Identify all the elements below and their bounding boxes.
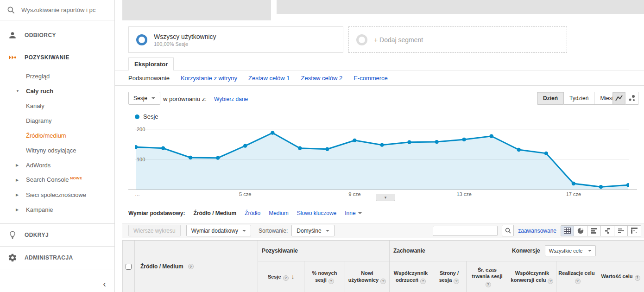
sidebar-item-sieci-spolecznosciowe[interactable]: ▶ Sieci społecznościowe xyxy=(0,187,114,202)
group-label: Zachowanie xyxy=(393,248,425,254)
col-label: Źródło / Medium xyxy=(140,263,183,270)
col-header-source-medium[interactable]: Źródło / Medium ? xyxy=(135,241,258,292)
table-search-input[interactable] xyxy=(433,226,498,236)
goal-select[interactable]: Wszystkie cele xyxy=(545,245,596,256)
chart-annotations-expander[interactable]: ▾ xyxy=(376,194,395,201)
help-icon[interactable]: ? xyxy=(548,279,553,284)
view-table-button[interactable] xyxy=(561,225,574,236)
lightbulb-icon xyxy=(8,230,17,240)
sidebar-item-label: Witryny odsyłające xyxy=(26,147,76,154)
col-header-strony-sesja[interactable]: Strony / sesja? xyxy=(432,261,467,292)
table-toolbar: Wiersze wykresu Wymiar dodatkowy Sortowa… xyxy=(122,223,644,238)
chevron-down-icon[interactable]: ▼ xyxy=(16,89,26,93)
help-icon[interactable]: ? xyxy=(283,275,289,281)
col-header-sesje[interactable]: Sesje?↓ xyxy=(258,261,304,292)
line-chart-view-button[interactable] xyxy=(612,92,625,105)
dimension-other-dropdown[interactable]: Inne xyxy=(345,210,361,216)
tab-eksplorator[interactable]: Eksplorator xyxy=(128,57,174,70)
view-percentage-button[interactable] xyxy=(574,225,587,236)
sidebar-item-search-console[interactable]: ▶ Search ConsoleNOWE xyxy=(0,172,114,187)
help-icon[interactable]: ? xyxy=(380,279,386,284)
sidebar-item-kanaly[interactable]: Kanały xyxy=(0,98,114,113)
table-search-button[interactable] xyxy=(502,225,514,236)
sidebar-nav: ODBIORCY POZYSKIWANIE Przegląd ▼ Cały ru… xyxy=(0,20,114,269)
dimension-keyword-link[interactable]: Słowo kluczowe xyxy=(297,210,336,216)
sidebar-item-przeglad[interactable]: Przegląd xyxy=(0,69,114,83)
sidebar-item-zrodlo-medium[interactable]: Źródło/medium xyxy=(0,128,114,143)
col-header-wartosc-celu[interactable]: Wartość celu? xyxy=(597,261,644,292)
col-header-sr-czas-trwania-sesji[interactable]: Śr. czas trwania sesji? xyxy=(467,261,508,292)
chevron-right-icon[interactable]: ▶ xyxy=(16,163,26,167)
add-segment-label: + Dodaj segment xyxy=(374,36,423,44)
sidebar-item-label: ODBIORCY xyxy=(25,32,56,38)
sidebar-item-label: POZYSKIWANIE xyxy=(25,54,69,61)
view-comparison-button[interactable] xyxy=(601,225,614,236)
group-label: Konwersje xyxy=(512,248,540,254)
sidebar-item-odbiorcy[interactable]: ODBIORCY xyxy=(0,24,114,46)
sidebar-item-adwords[interactable]: ▶ AdWords xyxy=(0,158,114,172)
motion-chart-view-button[interactable] xyxy=(625,92,638,105)
subtab-zestaw-celow-1[interactable]: Zestaw celów 1 xyxy=(248,75,290,82)
sort-select[interactable]: Domyślne xyxy=(291,225,334,236)
sidebar-collapse-button[interactable]: ‹ xyxy=(103,278,106,289)
report-subtabs: Podsumowanie Korzystanie z witryny Zesta… xyxy=(128,70,388,85)
subtab-korzystanie-z-witryny[interactable]: Korzystanie z witryny xyxy=(181,75,237,82)
chart-legend: Sesje xyxy=(135,113,158,120)
chevron-down-icon xyxy=(588,250,592,252)
sidebar-item-administracja[interactable]: ADMINISTRACJA xyxy=(0,247,114,269)
plot-rows-button[interactable]: Wiersze wykresu xyxy=(128,225,181,236)
subtab-e-commerce[interactable]: E-commerce xyxy=(354,75,388,82)
help-icon[interactable]: ? xyxy=(328,279,334,284)
help-icon[interactable]: ? xyxy=(188,264,194,269)
sidebar-item-label: Cały ruch xyxy=(26,88,53,95)
sidebar-item-label: Kanały xyxy=(26,102,44,109)
sidebar-item-odkryj[interactable]: ODKRYJ xyxy=(0,224,114,246)
add-segment-button[interactable]: + Dodaj segment xyxy=(348,26,567,53)
sidebar-item-label: Kampanie xyxy=(26,206,53,213)
chevron-right-icon[interactable]: ▶ xyxy=(16,193,26,197)
group-header-zachowanie: Zachowanie xyxy=(390,241,508,261)
view-performance-button[interactable] xyxy=(587,225,601,236)
sidebar-item-witryny-odsylajace[interactable]: Witryny odsyłające xyxy=(0,143,114,158)
dimension-source-link[interactable]: Źródło xyxy=(245,210,260,216)
segment-all-users[interactable]: Wszyscy użytkownicy 100,00% Sesje xyxy=(128,26,343,53)
help-icon[interactable]: ? xyxy=(486,282,491,287)
sidebar: ODBIORCY POZYSKIWANIE Przegląd ▼ Cały ru… xyxy=(0,0,115,292)
col-label: Sesje xyxy=(268,274,281,279)
help-icon[interactable]: ? xyxy=(575,279,581,284)
help-icon[interactable]: ? xyxy=(454,279,459,284)
report-search-input[interactable] xyxy=(21,6,108,13)
chevron-right-icon[interactable]: ▶ xyxy=(16,208,26,212)
subtab-zestaw-celow-2[interactable]: Zestaw celów 2 xyxy=(301,75,343,82)
segment-title: Wszyscy użytkownicy xyxy=(154,33,216,40)
col-header-procent-nowych-sesji[interactable]: % nowych sesji? xyxy=(304,261,345,292)
help-icon[interactable]: ? xyxy=(635,275,640,281)
sidebar-item-kampanie[interactable]: ▶ Kampanie xyxy=(0,202,114,217)
sidebar-item-diagramy[interactable]: Diagramy xyxy=(0,113,114,128)
col-header-wspolczynnik-odrzucen[interactable]: Współczynnik odrzuceń? xyxy=(390,261,432,292)
metric-select[interactable]: Sesje xyxy=(128,92,160,105)
chevron-right-icon[interactable]: ▶ xyxy=(16,178,26,182)
sidebar-item-pozyskiwanie[interactable]: POZYSKIWANIE xyxy=(0,46,114,69)
help-icon[interactable]: ? xyxy=(420,279,426,284)
secondary-dimension-button[interactable]: Wymiar dodatkowy xyxy=(186,225,251,236)
chevron-down-icon xyxy=(152,97,155,99)
granularity-day-button[interactable]: Dzień xyxy=(537,92,564,105)
select-all-checkbox[interactable] xyxy=(126,264,132,270)
select-data-link[interactable]: Wybierz dane xyxy=(214,96,248,102)
col-header-realizacje-celu[interactable]: Realizacje celu? xyxy=(556,261,597,292)
view-term-cloud-button[interactable] xyxy=(614,225,628,236)
granularity-week-button[interactable]: Tydzień xyxy=(564,92,594,105)
col-header-nowi-uzytkownicy[interactable]: Nowi użytkownicy? xyxy=(345,261,390,292)
dimension-medium-link[interactable]: Medium xyxy=(269,210,289,216)
chevron-down-icon xyxy=(326,230,329,232)
group-label: Pozyskiwanie xyxy=(262,248,298,254)
subtab-podsumowanie[interactable]: Podsumowanie xyxy=(128,75,170,82)
sidebar-item-caly-ruch[interactable]: ▼ Cały ruch xyxy=(0,83,114,98)
advanced-search-link[interactable]: zaawansowane xyxy=(518,228,556,234)
bar-chart-icon xyxy=(591,228,597,234)
view-pivot-button[interactable] xyxy=(628,225,641,236)
col-header-wspolczynnik-konwersji-celu[interactable]: Współczynnik konwersji celu? xyxy=(508,261,556,292)
dimension-source-medium[interactable]: Źródło / Medium xyxy=(193,210,236,216)
search-icon xyxy=(6,6,16,15)
